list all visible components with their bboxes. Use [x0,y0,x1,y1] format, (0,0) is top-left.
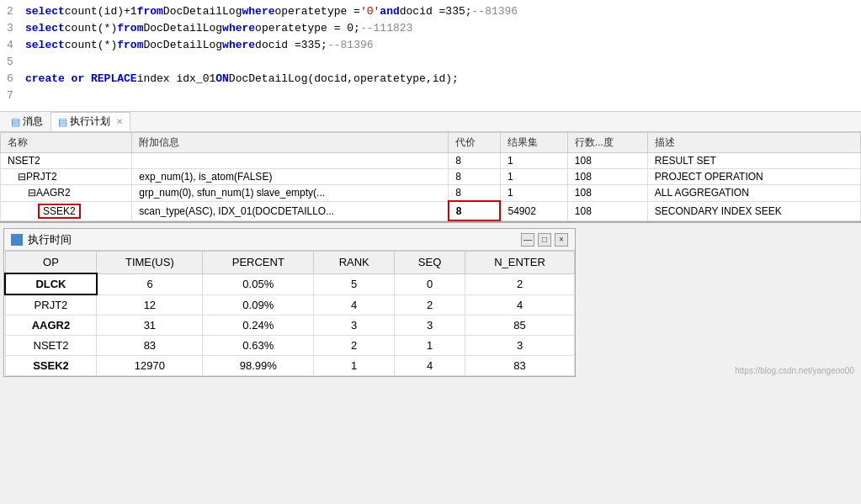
code-line: 7 [7,88,854,104]
code-token: count(*) [65,37,117,54]
exec-time-cell: SSEK2 [5,356,97,376]
window-title-area: 执行时间 [11,232,72,247]
exec-plan-resultset-cell: 54902 [500,201,567,220]
exec-time-cell: AAGR2 [5,316,97,336]
code-token: DocDetailLog(docid,operatetype,id); [229,71,459,88]
exec-plan-addinfo-cell: exp_num(1), is_atom(FALSE) [132,169,449,185]
exec-time-cell: 4 [465,294,575,316]
exec-plan-row: SSEK2scan_type(ASC), IDX_01(DOCDETAILLO.… [1,201,861,220]
code-line: 3select count(*) from DocDetailLog where… [7,20,854,37]
code-token: --111823 [360,20,412,37]
exec-plan-desc-cell: SECONDARY INDEX SEEK [647,201,860,220]
code-editor[interactable]: 2select count(id)+1 from DocDetailLog wh… [0,0,861,112]
code-token: from [117,20,143,37]
tab-messages[interactable]: ▤ 消息 [3,112,50,131]
watermark: https://blog.csdn.net/yangeoo00 [735,366,854,375]
exec-time-cell: 98.99% [203,356,314,376]
exec-time-cell: 83 [465,356,575,376]
bottom-wrapper: 执行时间 — □ × OPTIME(US)PERCENTRANKSEQN_ENT… [0,228,861,377]
exec-time-col-header: N_ENTER [465,252,575,274]
exec-plan-name-cell: NSET2 [1,153,132,169]
exec-time-cell: 31 [97,316,203,336]
exec-plan-tab-icon: ▤ [58,116,67,128]
exec-plan-desc-cell: PROJECT OPERATION [647,169,860,185]
tab-close-icon[interactable]: ✕ [116,117,123,126]
exec-plan-cost-cell: 8 [449,153,501,169]
exec-plan-addinfo-cell: scan_type(ASC), IDX_01(DOCDETAILLO... [132,201,449,220]
code-token: '0' [360,3,380,20]
exec-time-cell: 5 [314,273,395,294]
exec-plan-rows-cell: 108 [567,185,647,202]
line-number: 3 [7,20,20,37]
line-number: 6 [7,71,20,88]
highlighted-name: SSEK2 [38,204,81,219]
code-token: docid =335; [255,37,327,54]
exec-plan-name-cell: ⊟PRJT2 [1,169,132,185]
line-number: 4 [7,37,20,54]
exec-plan-rows-cell: 108 [567,201,647,220]
exec-time-cell: 4 [395,356,465,376]
code-token: index idx_01 [137,71,216,88]
exec-time-col-header: TIME(US) [97,252,203,274]
code-line: 4select count(*) from DocDetailLog where… [7,37,854,54]
exec-time-cell: 12 [97,294,203,316]
exec-plan-rows-cell: 108 [567,169,647,185]
messages-tab-icon: ▤ [11,116,20,128]
close-button[interactable]: × [555,233,568,247]
messages-tab-label: 消息 [23,114,43,129]
code-token: from [117,37,143,54]
restore-button[interactable]: □ [538,233,551,247]
code-token: and [380,3,399,20]
line-number: 2 [7,3,20,20]
exec-time-cell: PRJT2 [5,294,97,316]
exec-time-cell: 12970 [97,356,203,376]
exec-time-col-header: PERCENT [203,252,314,274]
exec-time-cell: 1 [314,356,395,376]
code-token: where [242,3,274,20]
line-number: 5 [7,54,20,71]
exec-plan-col-header: 附加信息 [132,133,449,153]
exec-time-cell: 2 [314,336,395,356]
exec-time-cell: NSET2 [5,336,97,356]
exec-plan-row: NSET281108RESULT SET [1,153,861,169]
window-titlebar: 执行时间 — □ × [4,229,575,251]
exec-plan-name-cell: ⊟AAGR2 [1,185,132,202]
exec-time-cell: 2 [395,294,465,316]
exec-plan-addinfo-cell: grp_num(0), sfun_num(1) slave_empty(... [132,185,449,202]
exec-time-row: DLCK60.05%502 [5,273,575,294]
exec-plan-col-header: 行数...度 [567,133,647,153]
window-icon [11,234,23,246]
exec-time-cell: 4 [314,294,395,316]
exec-time-cell: 0.63% [203,336,314,356]
exec-time-cell: 3 [314,316,395,336]
exec-time-cell: 0.24% [203,316,314,336]
exec-plan-cost-cell: 8 [449,169,501,185]
exec-time-cell: 6 [97,273,203,294]
exec-time-cell: 0.09% [203,294,314,316]
exec-time-cell: 85 [465,316,575,336]
exec-plan-row: ⊟AAGR2grp_num(0), sfun_num(1) slave_empt… [1,185,861,202]
code-token: docid =335; [400,3,472,20]
exec-plan-col-header: 名称 [1,133,132,153]
exec-time-table: OPTIME(US)PERCENTRANKSEQN_ENTERDLCK60.05… [4,251,575,376]
exec-time-row: SSEK21297098.99%1483 [5,356,575,376]
tab-exec-plan[interactable]: ▤ 执行计划 ✕ [50,112,130,131]
exec-plan-panel: 名称附加信息代价结果集行数...度描述NSET281108RESULT SET⊟… [0,132,861,223]
exec-plan-addinfo-cell [132,153,449,169]
code-token: from [137,3,163,20]
code-token: DocDetailLog [163,3,242,20]
window-controls: — □ × [521,233,568,247]
minimize-button[interactable]: — [521,233,534,247]
code-line: 6create or REPLACE index idx_01 ON DocDe… [7,71,854,88]
exec-plan-resultset-cell: 1 [500,153,567,169]
code-token: DocDetailLog [143,37,222,54]
code-token: select [25,20,65,37]
code-line: 5 [7,54,854,71]
exec-time-col-header: RANK [314,252,395,274]
code-token: ON [215,71,229,88]
code-token: select [25,37,65,54]
exec-plan-col-header: 代价 [449,133,501,153]
exec-plan-col-header: 描述 [647,133,860,153]
exec-time-cell: DLCK [5,273,97,294]
exec-time-row: NSET2830.63%213 [5,336,575,356]
